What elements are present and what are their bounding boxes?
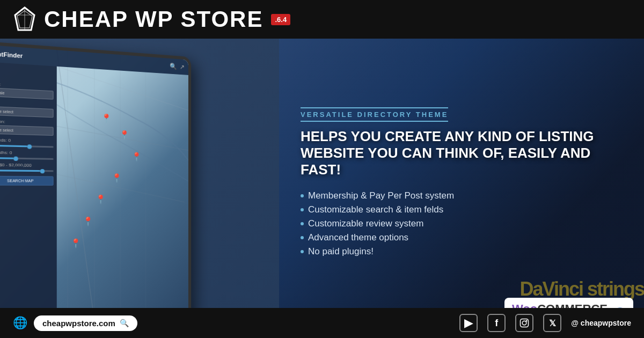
instagram-svg [519, 318, 529, 328]
feature-2: Customizable search & item felds [301, 203, 623, 217]
tablet-baths-fill [0, 157, 13, 159]
svg-line-4 [57, 50, 94, 323]
tablet-mockup: PointFinder 🔍 ↗ + Status: For Sale [0, 41, 191, 337]
bottom-bar: 🌐 cheapwpstore.com 🔍 ▶ f 𝕏 @ cheapwpstor… [0, 308, 644, 338]
tablet-location-field: Location: Please select [0, 119, 54, 136]
map-pin-1: 📍 [101, 113, 112, 124]
tablet-price-fill [0, 170, 40, 172]
feature-3: Customizable review system [301, 217, 623, 231]
tablet-beds-slider[interactable] [0, 145, 54, 148]
tablet-sidebar: + Status: For Sale Type: Please select [0, 62, 57, 333]
header-bar: CHEAP WP STORE .6.4 [0, 0, 644, 39]
map-pin-7: 📍 [70, 238, 81, 249]
tablet-beds-thumb[interactable] [27, 144, 32, 149]
map-pin-4: 📍 [112, 173, 122, 183]
tablet-brand: PointFinder [0, 50, 23, 59]
tablet-type-field: Type: Please select [0, 100, 54, 117]
tablet-location-value: Please select [0, 127, 13, 132]
theme-subtitle: VERSATILE DIRECTORY THEME [301, 107, 448, 122]
tablet-beds-fill [0, 145, 27, 148]
tablet-price-field: Price: $0 - $2,000,000 [0, 162, 54, 172]
twitter-icon[interactable]: 𝕏 [543, 314, 561, 332]
website-pill[interactable]: cheapwpstore.com 🔍 [34, 315, 137, 331]
tablet-baths-slider[interactable] [0, 157, 54, 160]
svg-point-13 [523, 321, 527, 325]
main-content: PointFinder 🔍 ↗ + Status: For Sale [0, 39, 644, 338]
tablet-share-icon[interactable]: ↗ [180, 63, 185, 71]
feature-1: Membership & Pay Per Post system [301, 189, 623, 203]
website-url: cheapwpstore.com [42, 319, 115, 328]
map-pin-2: 📍 [120, 130, 130, 140]
svg-point-14 [526, 320, 528, 321]
logo-area: CHEAP WP STORE .6.4 [11, 5, 290, 33]
features-list: Membership & Pay Per Post system Customi… [301, 189, 623, 259]
bottom-left: 🌐 cheapwpstore.com 🔍 [13, 315, 137, 331]
left-panel: PointFinder 🔍 ↗ + Status: For Sale [0, 39, 279, 338]
feature-4: Advanced theme options [301, 231, 623, 245]
map-pin-6: 📍 [83, 216, 94, 226]
tablet-baths-label: Min Baths: 0 [0, 150, 54, 156]
tablet-price-slider[interactable] [0, 170, 54, 172]
tablet-search-button[interactable]: SEARCH MAP [0, 176, 54, 186]
tablet-screen: PointFinder 🔍 ↗ + Status: For Sale [0, 45, 188, 333]
search-icon[interactable]: 🔍 [120, 319, 129, 327]
tablet-location-label: Location: [0, 119, 54, 126]
tablet-baths-thumb[interactable] [13, 157, 18, 161]
tablet-type-input[interactable]: Please select [0, 106, 54, 118]
tablet-plus-icon[interactable]: + [0, 67, 54, 80]
tablet-search-icon[interactable]: 🔍 [170, 63, 177, 70]
right-content: VERSATILE DIRECTORY THEME HELPS YOU CREA… [301, 107, 623, 270]
tablet-type-value: Please select [0, 109, 13, 114]
right-panel: VERSATILE DIRECTORY THEME HELPS YOU CREA… [279, 39, 644, 338]
main-heading: HELPS YOU CREATE ANY KIND OF LISTING WEB… [301, 128, 623, 179]
tablet-baths-field: Min Baths: 0 [0, 150, 54, 160]
svg-rect-12 [521, 319, 529, 327]
tablet-status-field: Status: For Sale [0, 81, 54, 100]
partial-right-content: DaVinci strings [520, 278, 644, 300]
logo-text: CHEAP WP STORE [44, 6, 263, 32]
map-pin-3: 📍 [131, 151, 142, 161]
tablet-price-label: Price: $0 - $2,000,000 [0, 162, 54, 168]
facebook-icon[interactable]: f [487, 314, 506, 332]
globe-icon: 🌐 [13, 316, 27, 330]
social-handle: @ cheapwpstore [571, 319, 631, 327]
bottom-right: ▶ f 𝕏 @ cheapwpstore [459, 314, 631, 332]
tablet-price-thumb[interactable] [40, 169, 45, 173]
diamond-logo-icon [11, 5, 39, 33]
version-badge: .6.4 [271, 14, 290, 25]
tablet-beds-field: Min Beds: 0 [0, 137, 54, 148]
feature-5: No paid plugins! [301, 245, 623, 259]
map-pin-5: 📍 [96, 194, 106, 204]
tablet-status-value: For Sale [0, 90, 5, 95]
tablet-location-input[interactable]: Please select [0, 124, 54, 135]
tablet-beds-label: Min Beds: 0 [0, 137, 54, 144]
instagram-icon[interactable] [515, 314, 533, 332]
youtube-icon[interactable]: ▶ [459, 314, 478, 332]
